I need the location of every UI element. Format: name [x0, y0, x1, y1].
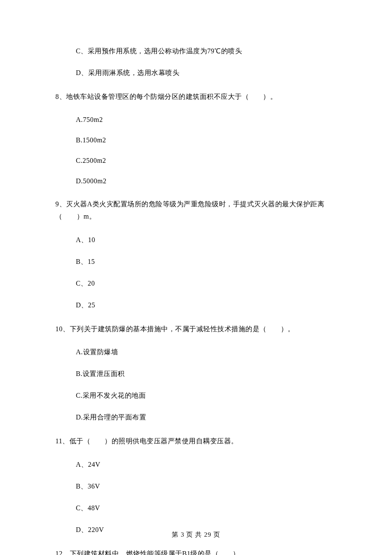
q11-option-a: A、24V: [55, 460, 337, 469]
q7-option-c: C、采用预作用系统，选用公称动作温度为79℃的喷头: [55, 47, 337, 56]
q9-option-d: D、25: [55, 301, 337, 310]
q12-stem: 12、下列建筑材料中，燃烧性能等级属于B1级的是（ ）。: [55, 547, 337, 555]
q8-option-c: C.2500m2: [55, 157, 337, 165]
q10-option-c: C.采用不发火花的地面: [55, 391, 337, 400]
page-footer: 第 3 页 共 29 页: [0, 531, 392, 539]
q11-stem: 11、低于（ ）的照明供电变压器严禁使用自耦变压器。: [55, 435, 337, 448]
q8-option-b: B.1500m2: [55, 136, 337, 144]
document-content: C、采用预作用系统，选用公称动作温度为79℃的喷头 D、采用雨淋系统，选用水幕喷…: [0, 0, 392, 555]
q10-option-b: B.设置泄压面积: [55, 370, 337, 379]
q7-option-d: D、采用雨淋系统，选用水幕喷头: [55, 69, 337, 78]
q8-option-d: D.5000m2: [55, 177, 337, 185]
q9-option-c: C、20: [55, 279, 337, 288]
q9-option-b: B、15: [55, 257, 337, 266]
q10-stem: 10、下列关于建筑防爆的基本措施中，不属于减轻性技术措施的是（ ）。: [55, 323, 337, 335]
q8-option-a: A.750m2: [55, 116, 337, 124]
q10-option-d: D.采用合理的平面布置: [55, 413, 337, 422]
q10-option-a: A.设置防爆墙: [55, 348, 337, 357]
q9-option-a: A、10: [55, 236, 337, 245]
q8-stem: 8、地铁车站设备管理区的每个防烟分区的建筑面积不应大于（ ）。: [55, 90, 337, 103]
q9-stem: 9、灭火器A类火灾配置场所的危险等级为严重危险级时，手提式灭火器的最大保护距离（…: [55, 198, 337, 223]
q11-option-b: B、36V: [55, 482, 337, 491]
q11-option-c: C、48V: [55, 504, 337, 513]
